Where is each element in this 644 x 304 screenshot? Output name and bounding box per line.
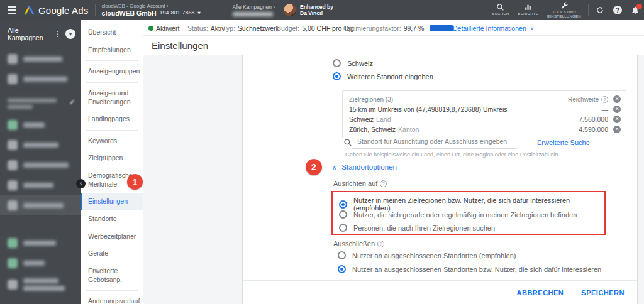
- enabled-status[interactable]: Aktiviert: [148, 20, 179, 36]
- nav-item-empfehlungen[interactable]: Empfehlungen: [80, 41, 143, 59]
- avatar: [284, 4, 296, 16]
- nav-item-einstellungen[interactable]: Einstellungen: [80, 193, 143, 210]
- reports-button[interactable]: BERICHTE: [513, 0, 543, 20]
- optimization-label: Optimierungsfaktor:: [343, 24, 401, 32]
- nav-item-standorte[interactable]: Standorte: [80, 210, 143, 228]
- remove-region-icon[interactable]: ✕: [613, 126, 621, 133]
- region-reach: —: [602, 106, 609, 113]
- campaign-sidebar-title: Alle Kampagnen: [8, 26, 50, 41]
- cancel-button[interactable]: ABBRECHEN: [517, 289, 564, 296]
- bar-chart-icon: [524, 3, 532, 11]
- notifications-button[interactable]: [628, 3, 642, 17]
- enabled-label: Aktiviert: [156, 24, 179, 32]
- topbar-actions: SUCHEN BERICHTE TOOLS UNDEINSTELLUNGEN ?: [487, 0, 644, 20]
- campaign-nav: Übersicht Empfehlungen Anzeigengruppen A…: [80, 20, 143, 304]
- advanced-search-link[interactable]: Erweiterte Suche: [537, 139, 590, 146]
- status-green-dot: [148, 26, 153, 31]
- region-type: Kanton: [398, 126, 419, 133]
- save-button[interactable]: SPEICHERN: [581, 289, 625, 296]
- divider: [86, 82, 138, 83]
- divider: [588, 4, 589, 16]
- radio-exclude-option-2[interactable]: Nutzer an ausgeschlossenen Standorten bz…: [338, 265, 601, 273]
- nav-item-anzeigengruppen[interactable]: Anzeigengruppen: [80, 63, 143, 80]
- remove-region-icon[interactable]: ✕: [613, 106, 621, 113]
- kebab-menu-icon[interactable]: ⋮: [50, 30, 65, 38]
- search-hint: Geben Sie beispielsweise ein Land, einen…: [345, 151, 558, 158]
- menu-icon[interactable]: [3, 0, 21, 20]
- remove-all-icon[interactable]: ✕: [613, 95, 621, 103]
- radio-icon: [333, 59, 341, 67]
- target-option-3-label: Personen, die nach Ihren Zielregionen su…: [353, 224, 495, 232]
- campaign-item[interactable]: [0, 115, 80, 135]
- account-selector[interactable]: cloudWEB - Google Account › cloudWEB Gmb…: [102, 3, 201, 16]
- regions-header-row: Zielregionen (3) Reichweite ? ✕: [349, 94, 621, 104]
- nav-item-werbezeitplaner[interactable]: Werbezeitplaner: [80, 228, 143, 246]
- nav-item-keywords[interactable]: Keywords: [80, 133, 143, 150]
- divider: [0, 92, 80, 92]
- annotation-badge-2: 2: [306, 159, 322, 175]
- radio-weiteren-standort[interactable]: Weiteren Standort eingeben: [333, 72, 433, 80]
- budget-label: Budget:: [277, 24, 299, 32]
- refresh-button[interactable]: [593, 3, 607, 17]
- google-ads-logo[interactable]: Google Ads: [24, 5, 89, 16]
- redacted-campaign-name: [233, 12, 273, 16]
- campaign-item-selected[interactable]: [0, 195, 80, 215]
- nav-item-erweiterte-gebotsanp[interactable]: Erweiterte Gebotsanp.: [80, 263, 143, 288]
- region-name: Schweiz: [349, 116, 374, 123]
- targeting-options-annotation-box: Nutzer in meinen Zielregionen bzw. Nutze…: [331, 191, 606, 235]
- location-search-input[interactable]: Standort für Ausrichtung oder Ausschluss…: [352, 136, 517, 149]
- nav-collapse-button[interactable]: ‹: [76, 179, 86, 188]
- radio-exclude-option-1[interactable]: Nutzer an ausgeschlossenen Standorten (e…: [338, 251, 516, 259]
- remove-region-icon[interactable]: ✕: [613, 116, 621, 123]
- help-icon[interactable]: ?: [380, 180, 387, 187]
- campaign-sidebar: Alle Kampagnen ⋮ ▾: [0, 20, 80, 304]
- campaign-item[interactable]: [0, 175, 80, 195]
- nav-item-landingpages[interactable]: Landingpages: [80, 111, 143, 128]
- chevron-down-icon: ∨: [530, 25, 535, 31]
- status-label: Status:: [187, 24, 208, 32]
- campaign-status-bar: Aktiviert Status: Aktiv Typ: Suchnetzwer…: [143, 20, 644, 36]
- radio-schweiz[interactable]: Schweiz: [333, 59, 373, 67]
- campaign-group-item[interactable]: [0, 69, 80, 89]
- detailed-info-link[interactable]: Detaillierte Informationen ∨: [453, 20, 534, 36]
- location-search-row: Standort für Ausrichtung oder Ausschluss…: [343, 136, 590, 149]
- campaign-subitem[interactable]: [0, 224, 80, 233]
- help-button[interactable]: ?: [611, 3, 625, 17]
- campaign-item[interactable]: [0, 155, 80, 175]
- search-icon: [496, 3, 504, 11]
- radio-schweiz-label: Schweiz: [347, 60, 373, 67]
- notification-badge: [636, 4, 642, 9]
- nav-item-geraete[interactable]: Geräte: [80, 245, 143, 263]
- campaign-selector[interactable]: Alle Kampagnen ›: [233, 4, 275, 16]
- refresh-icon: [596, 6, 604, 14]
- type-value: Suchnetzwerk: [238, 24, 279, 32]
- campaign-item[interactable]: [0, 273, 80, 296]
- campaign-selector-label: Alle Kampagnen: [233, 4, 272, 10]
- standortoptionen-label: Standortoptionen: [341, 163, 397, 171]
- radio-icon: [339, 224, 347, 232]
- nav-item-anzeigen-erweiterungen[interactable]: Anzeigen und Erweiterungen: [80, 85, 143, 111]
- standortoptionen-toggle[interactable]: ∧ Standortoptionen: [332, 163, 397, 171]
- search-placeholder: Standort für Ausrichtung oder Ausschluss…: [357, 138, 507, 145]
- radio-target-option-2[interactable]: Nutzer, die sich gerade oder regelmäßig …: [339, 210, 577, 219]
- exclude-option-1-label: Nutzer an ausgeschlossenen Standorten (e…: [352, 252, 516, 259]
- radio-target-option-1[interactable]: Nutzer in meinen Zielregionen bzw. Nutze…: [339, 197, 604, 212]
- help-icon[interactable]: ?: [377, 241, 384, 247]
- campaign-item[interactable]: [0, 135, 80, 155]
- nav-item-aenderungsverlauf[interactable]: Änderungsverlauf: [80, 293, 143, 304]
- top-app-bar: Google Ads cloudWEB - Google Account › c…: [0, 0, 644, 20]
- collapse-circle-icon[interactable]: ▾: [65, 29, 75, 39]
- campaign-group-item[interactable]: [0, 49, 80, 69]
- campaign-item[interactable]: [0, 233, 80, 253]
- account-line1: cloudWEB - Google Account: [102, 3, 165, 9]
- nav-item-uebersicht[interactable]: Übersicht: [80, 24, 143, 41]
- pencil-icon[interactable]: [69, 99, 75, 105]
- nav-item-zielgruppen[interactable]: Zielgruppen: [80, 149, 143, 167]
- campaign-subitem[interactable]: [0, 215, 80, 224]
- search-button[interactable]: SUCHEN: [487, 0, 513, 20]
- help-icon[interactable]: ?: [601, 96, 608, 103]
- chevron-down-icon: ▾: [198, 10, 201, 16]
- campaign-item[interactable]: [0, 253, 80, 273]
- radio-target-option-3[interactable]: Personen, die nach Ihren Zielregionen su…: [339, 224, 495, 232]
- tools-settings-button[interactable]: TOOLS UNDEINSTELLUNGEN: [543, 0, 586, 20]
